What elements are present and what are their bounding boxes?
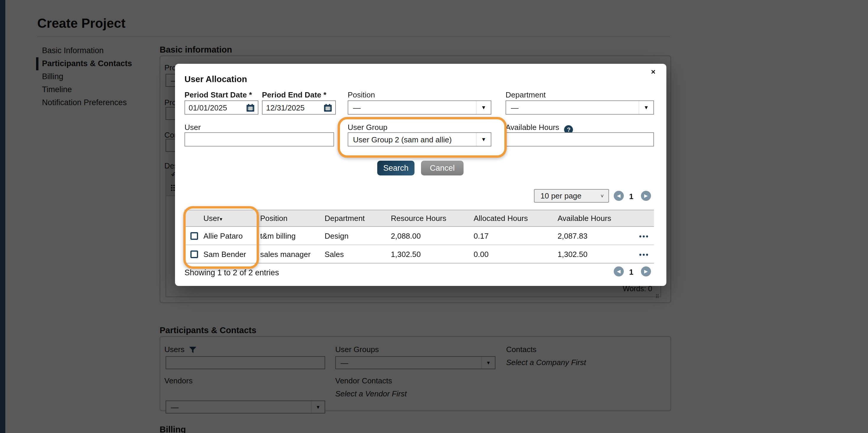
cell-available-hours: 2,087.83 <box>558 231 633 240</box>
chevron-down-icon: ˅ <box>600 193 604 199</box>
search-button[interactable]: Search <box>377 161 414 175</box>
period-end-label: Period End Date * <box>262 90 327 99</box>
current-page-number: 1 <box>629 192 633 201</box>
col-header-position[interactable]: Position <box>260 214 324 223</box>
department-label: Department <box>505 90 546 99</box>
chevron-down-icon: ▼ <box>476 133 491 146</box>
sort-desc-icon: ▾ <box>220 216 222 222</box>
col-header-user[interactable]: User▾ <box>204 214 260 223</box>
row-actions-menu-icon[interactable]: ••• <box>639 250 649 259</box>
next-page-button[interactable]: ▶ <box>641 191 651 201</box>
period-end-input[interactable]: 12/31/2025 <box>262 100 336 114</box>
cell-user: Sam Bender <box>204 249 260 259</box>
user-group-select[interactable]: User Group 2 (sam and allie) ▼ <box>348 132 491 146</box>
position-select-value: — <box>353 103 361 112</box>
department-select-value: — <box>511 103 519 112</box>
col-header-allocated-hours[interactable]: Allocated Hours <box>474 214 558 223</box>
app-root: Create Project Basic Information Partici… <box>0 0 868 433</box>
col-header-resource-hours[interactable]: Resource Hours <box>391 214 474 223</box>
prev-page-button[interactable]: ◀ <box>614 191 624 201</box>
chevron-down-icon: ▼ <box>476 101 491 114</box>
cancel-button[interactable]: Cancel <box>421 161 464 175</box>
available-hours-input[interactable] <box>505 132 654 146</box>
modal-title: User Allocation <box>184 74 247 84</box>
cell-position: sales manager <box>260 249 324 259</box>
per-page-select[interactable]: 10 per page ˅ <box>534 189 609 203</box>
col-header-department[interactable]: Department <box>324 214 391 223</box>
user-group-label: User Group <box>348 123 387 132</box>
table-header-row: User▾ Position Department Resource Hours… <box>184 210 654 227</box>
cell-allocated-hours: 0.00 <box>474 249 558 259</box>
cell-position: t&m billing <box>260 231 324 240</box>
calendar-icon[interactable] <box>247 104 254 111</box>
period-start-value: 01/01/2025 <box>189 103 227 112</box>
period-start-input[interactable]: 01/01/2025 <box>184 100 258 114</box>
row-checkbox[interactable] <box>190 250 198 258</box>
current-page-number: 1 <box>629 268 633 276</box>
department-select[interactable]: — ▼ <box>505 100 654 114</box>
close-icon[interactable]: × <box>651 67 655 76</box>
per-page-value: 10 per page <box>540 191 582 200</box>
next-page-button[interactable]: ▶ <box>641 266 651 276</box>
cell-department: Sales <box>324 249 391 259</box>
chevron-down-icon: ▼ <box>639 101 653 114</box>
cell-allocated-hours: 0.17 <box>474 231 558 240</box>
period-end-value: 12/31/2025 <box>266 103 305 112</box>
cell-available-hours: 1,302.50 <box>558 249 633 259</box>
period-start-label: Period Start Date * <box>184 90 252 99</box>
table-row: Allie Pataro t&m billing Design 2,088.00… <box>184 227 654 245</box>
row-actions-menu-icon[interactable]: ••• <box>639 232 649 240</box>
prev-page-button[interactable]: ◀ <box>614 266 624 276</box>
position-label: Position <box>348 90 375 99</box>
col-header-available-hours[interactable]: Available Hours <box>558 214 633 223</box>
cell-user: Allie Pataro <box>204 231 260 240</box>
row-checkbox[interactable] <box>190 232 198 239</box>
calendar-icon[interactable] <box>324 104 332 111</box>
user-allocation-modal: User Allocation × Period Start Date * Pe… <box>175 64 666 286</box>
cell-resource-hours: 1,302.50 <box>391 249 474 259</box>
position-select[interactable]: — ▼ <box>348 100 491 114</box>
user-results-table: User▾ Position Department Resource Hours… <box>184 210 654 263</box>
cell-resource-hours: 2,088.00 <box>391 231 474 240</box>
table-row: Sam Bender sales manager Sales 1,302.50 … <box>184 245 654 263</box>
table-summary: Showing 1 to 2 of 2 entries <box>184 268 279 277</box>
cell-department: Design <box>324 231 391 240</box>
user-input[interactable] <box>184 132 334 146</box>
user-label: User <box>184 123 201 132</box>
user-group-select-value: User Group 2 (sam and allie) <box>353 135 452 144</box>
